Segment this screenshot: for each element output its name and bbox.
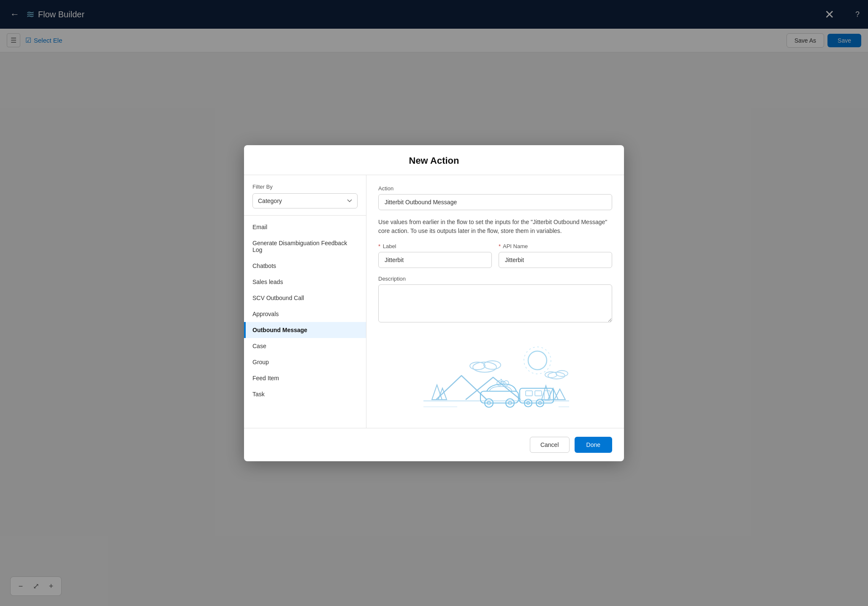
filter-section: Filter By Category [244,175,366,216]
label-field-label: * Label [378,243,492,249]
api-name-input[interactable] [499,252,612,268]
category-group[interactable]: Group [244,354,366,370]
new-action-modal: New Action Filter By Category Email Gene… [244,145,624,461]
modal-header: New Action [244,145,624,175]
api-name-required-star: * [499,243,501,249]
action-label: Action [378,185,612,192]
description-textarea[interactable] [378,284,612,322]
done-button[interactable]: Done [575,437,612,453]
label-field-group: * Label [378,243,492,268]
svg-point-6 [556,371,568,376]
category-feed-item[interactable]: Feed Item [244,370,366,386]
modal-body: Filter By Category Email Generate Disamb… [244,175,624,428]
svg-point-0 [528,351,547,370]
label-required-star: * [378,243,380,249]
label-input[interactable] [378,252,492,268]
cancel-button[interactable]: Cancel [530,437,570,453]
description-field-label: Description [378,276,612,282]
category-outbound-message[interactable]: Outbound Message [244,322,366,338]
filter-label: Filter By [252,184,358,190]
action-field-group: Action [378,185,612,210]
action-description-text: Use values from earlier in the flow to s… [378,218,612,235]
action-input[interactable] [378,194,612,210]
category-task[interactable]: Task [244,386,366,402]
category-case[interactable]: Case [244,338,366,354]
illustration-svg [415,338,575,414]
category-sales-leads[interactable]: Sales leads [244,274,366,290]
svg-point-3 [484,361,501,369]
category-approvals[interactable]: Approvals [244,306,366,322]
description-field-group: Description [378,276,612,324]
filter-select[interactable]: Category [252,193,358,208]
category-generate-disambiguation[interactable]: Generate Disambiguation Feedback Log [244,235,366,258]
category-scv-outbound-call[interactable]: SCV Outbound Call [244,290,366,306]
modal-left-panel: Filter By Category Email Generate Disamb… [244,175,366,428]
illustration [378,332,612,418]
modal-title: New Action [258,155,610,166]
svg-rect-28 [535,391,542,396]
modal-overlay: New Action Filter By Category Email Gene… [0,0,868,606]
svg-marker-8 [432,385,442,400]
category-list: Email Generate Disambiguation Feedback L… [244,216,366,428]
modal-right-panel: Action Use values from earlier in the fl… [366,175,624,428]
category-email[interactable]: Email [244,219,366,235]
category-chatbots[interactable]: Chatbots [244,258,366,274]
label-apiname-row: * Label * API Name [378,243,612,268]
modal-footer: Cancel Done [244,428,624,461]
api-name-field-group: * API Name [499,243,612,268]
svg-rect-27 [526,391,532,396]
api-name-field-label: * API Name [499,243,612,249]
